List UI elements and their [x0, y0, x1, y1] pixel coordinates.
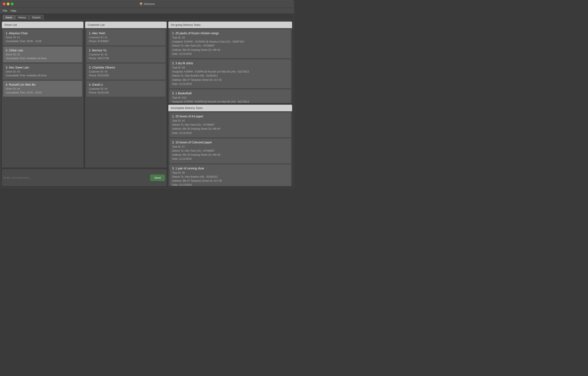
tab-history[interactable]: History	[15, 15, 29, 20]
menu-bar: File Help	[0, 8, 294, 14]
close-button[interactable]	[3, 2, 5, 5]
ongoing-tasks-section: On-going Delivery Tasks 1. 25 packs of f…	[168, 22, 292, 103]
incomplete-task-3[interactable]: 3. 1 pair of running shoe Task ID: #8 De…	[170, 165, 291, 186]
customer-list-body: 1. Alex Yeoh Customer ID: #1 Phone: 8743…	[85, 28, 167, 167]
customer-3-phone: Phone: 93210283	[89, 74, 163, 77]
driver-2-unavail: Unavailable Time: Available all times	[6, 56, 80, 60]
customer-4-id: Customer ID: #4	[89, 87, 163, 91]
incomplete-task-2-id: Task ID: #7	[172, 145, 288, 149]
app-title: Deliveria	[144, 2, 155, 5]
ongoing-task-2[interactable]: 2. 3 dry-fit shirts Task ID: #9 Assigned…	[170, 59, 291, 88]
menu-file[interactable]: File	[3, 9, 7, 12]
driver-item-3[interactable]: 3. Neo Swee Lian Driver ID: #3 Unavailab…	[3, 64, 82, 79]
right-panel: On-going Delivery Tasks 1. 25 packs of f…	[168, 22, 292, 186]
incomplete-task-1[interactable]: 1. 25 boxes of A4 paper Task ID: #2 Deli…	[170, 112, 291, 137]
customer-3-title: 3. Charlotte Oliveiro	[89, 66, 163, 69]
customer-2-title: 2. Bernice Yu	[89, 49, 163, 52]
lists-row: Driver List 1. Aloysius Chan Driver ID: …	[2, 22, 167, 167]
ongoing-task-1-title: 1. 25 packs of frozen chicken wings	[172, 32, 288, 35]
ongoing-task-1-address: Address: Blk 30 Geylang Street 29, #06-4…	[172, 48, 288, 52]
incomplete-tasks-list: 1. 25 boxes of A4 paper Task ID: #2 Deli…	[168, 111, 292, 186]
customer-3-id: Customer ID: #3	[89, 70, 163, 74]
ongoing-task-2-date: Date: 11/11/2019	[172, 82, 288, 86]
window-title: 📦 Deliveria	[139, 2, 155, 5]
incomplete-task-2[interactable]: 2. 10 boxes of Coloured paper Task ID: #…	[170, 139, 291, 163]
driver-item-4[interactable]: 4. Russell Lim Wan Bo Driver ID: #4 Unav…	[3, 81, 82, 97]
customer-2-phone: Phone: 99272758	[89, 56, 163, 60]
ongoing-task-3-id: Task ID: #10	[172, 96, 288, 100]
ongoing-tasks-header: On-going Delivery Tasks	[168, 22, 292, 28]
driver-2-title: 2. Chloe Low	[6, 49, 80, 52]
ongoing-task-1-assigned: Assigned: 9:00AM - 10:00AM @ Aloysius Ch…	[172, 40, 288, 44]
customer-1-phone: Phone: 87438807	[89, 39, 163, 43]
incomplete-task-1-deliver: Deliver To: Alex Yeoh (#1) - 87438807	[172, 123, 288, 127]
ongoing-task-1-deliver: Deliver To: Alex Yeoh (#1) - 87438807	[172, 44, 288, 48]
customer-1-id: Customer ID: #1	[89, 35, 163, 39]
incomplete-task-1-address: Address: Blk 30 Geylang Street 29, #06-4…	[172, 127, 288, 131]
tab-home[interactable]: Home	[3, 15, 15, 20]
incomplete-task-3-title: 3. 1 pair of running shoe	[172, 167, 288, 170]
tab-statistic[interactable]: Statistic	[29, 15, 43, 20]
incomplete-tasks-section: Incomplete Delivery Tasks 1. 25 boxes of…	[168, 105, 292, 186]
driver-4-unavail: Unavailable Time: 16:00 - 20:00	[6, 91, 80, 95]
ongoing-task-1-date: Date: 11/11/2019	[172, 52, 288, 56]
tabs-bar: Home History Statistic	[0, 14, 294, 20]
incomplete-task-2-date: Date: 11/11/2019	[172, 157, 288, 161]
traffic-lights	[3, 2, 13, 5]
incomplete-task-3-address: Address: Blk 47 Tampines Street 20, #17-…	[172, 179, 288, 183]
maximize-button[interactable]	[11, 2, 13, 5]
minimize-button[interactable]	[7, 2, 10, 5]
app-window: 📦 Deliveria File Help Home History Stati…	[0, 0, 294, 188]
customer-item-4[interactable]: 4. David Li Customer ID: #4 Phone: 91031…	[86, 81, 165, 97]
ongoing-task-2-address: Address: Blk 47 Tampines Street 20, #17-…	[172, 78, 288, 82]
ongoing-task-1-id: Task ID: #3	[172, 36, 288, 40]
driver-3-unavail: Unavailable Time: Available all times	[6, 74, 80, 77]
ongoing-task-3[interactable]: 3. 1 Basketball Task ID: #10 Assigned: 6…	[170, 89, 291, 103]
incomplete-task-2-deliver: Deliver To: Alex Yeoh (#1) - 87438807	[172, 149, 288, 153]
menu-help[interactable]: Help	[10, 9, 16, 12]
incomplete-task-3-id: Task ID: #8	[172, 171, 288, 175]
driver-1-title: 1. Aloysius Chan	[6, 32, 80, 35]
ongoing-task-3-assigned: Assigned: 6:00PM - 8:00PM @ Russell Lim …	[172, 100, 288, 103]
customer-1-title: 1. Alex Yeoh	[89, 32, 163, 35]
customer-item-1[interactable]: 1. Alex Yeoh Customer ID: #1 Phone: 8743…	[86, 29, 165, 45]
driver-list-container: Driver List 1. Aloysius Chan Driver ID: …	[2, 22, 84, 167]
driver-4-title: 4. Russell Lim Wan Bo	[6, 83, 80, 86]
ongoing-task-1[interactable]: 1. 25 packs of frozen chicken wings Task…	[170, 29, 291, 58]
incomplete-task-1-id: Task ID: #2	[172, 119, 288, 123]
incomplete-task-1-title: 1. 25 boxes of A4 paper	[172, 115, 288, 118]
customer-4-phone: Phone: 91031282	[89, 91, 163, 95]
incomplete-task-3-date: Date: 11/11/2019	[172, 183, 288, 186]
driver-3-title: 3. Neo Swee Lian	[6, 66, 80, 69]
customer-list-header: Customer List	[85, 22, 167, 28]
ongoing-task-3-title: 3. 1 Basketball	[172, 92, 288, 95]
left-panel: Driver List 1. Aloysius Chan Driver ID: …	[2, 22, 167, 186]
main-content: Driver List 1. Aloysius Chan Driver ID: …	[0, 20, 294, 188]
incomplete-task-2-title: 2. 10 boxes of Coloured paper	[172, 141, 288, 144]
command-input[interactable]	[4, 171, 148, 184]
driver-3-id: Driver ID: #3	[6, 70, 80, 74]
ongoing-task-2-title: 2. 3 dry-fit shirts	[172, 62, 288, 65]
ongoing-task-2-id: Task ID: #9	[172, 66, 288, 70]
ongoing-tasks-list: 1. 25 packs of frozen chicken wings Task…	[168, 28, 292, 103]
app-icon: 📦	[139, 2, 143, 5]
driver-item-1[interactable]: 1. Aloysius Chan Driver ID: #1 Unavailab…	[3, 29, 82, 45]
customer-4-title: 4. David Li	[89, 83, 163, 86]
command-area: Send	[2, 169, 167, 186]
driver-item-2[interactable]: 2. Chloe Low Driver ID: #2 Unavailable T…	[3, 46, 82, 62]
title-bar: 📦 Deliveria	[0, 0, 294, 8]
ongoing-task-2-assigned: Assigned: 4:00PM - 6:00PM @ Russell Lim …	[172, 70, 288, 74]
incomplete-task-1-date: Date: 11/11/2019	[172, 131, 288, 135]
customer-item-2[interactable]: 2. Bernice Yu Customer ID: #2 Phone: 992…	[86, 46, 165, 62]
incomplete-tasks-header: Incomplete Delivery Tasks	[168, 105, 292, 111]
incomplete-task-3-deliver: Deliver To: Irfan Ibrahim (#5) - 9249202…	[172, 175, 288, 179]
ongoing-task-2-deliver: Deliver To: Irfan Ibrahim (#5) - 9249202…	[172, 74, 288, 78]
driver-1-id: Driver ID: #1	[6, 35, 80, 39]
driver-4-id: Driver ID: #4	[6, 87, 80, 91]
customer-item-3[interactable]: 3. Charlotte Oliveiro Customer ID: #3 Ph…	[86, 64, 165, 79]
driver-list-header: Driver List	[2, 22, 84, 28]
customer-list-container: Customer List 1. Alex Yeoh Customer ID: …	[85, 22, 167, 167]
send-button[interactable]: Send	[150, 175, 165, 181]
driver-2-id: Driver ID: #2	[6, 53, 80, 56]
driver-list-body: 1. Aloysius Chan Driver ID: #1 Unavailab…	[2, 28, 84, 167]
